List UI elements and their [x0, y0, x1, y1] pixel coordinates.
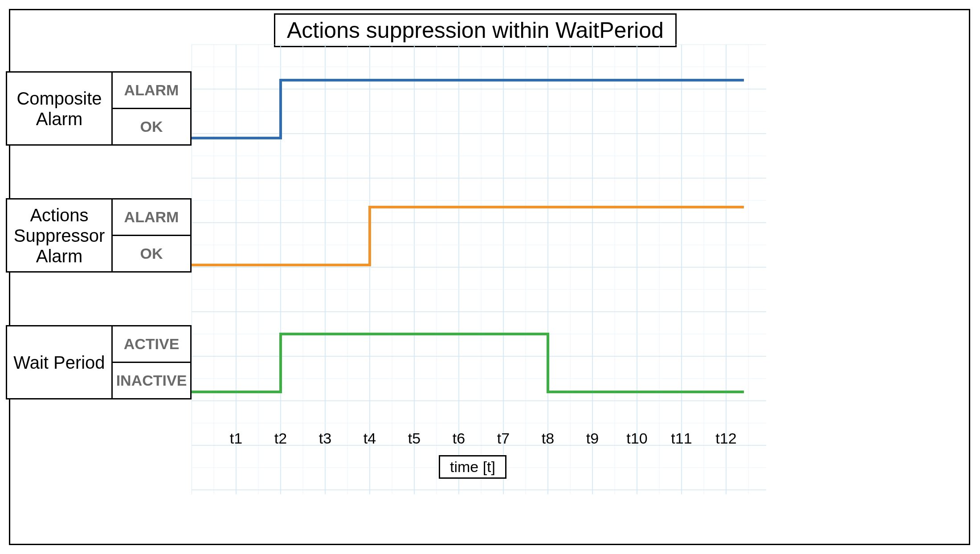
tick-t3: t3 [319, 430, 331, 447]
tick-t12: t12 [715, 430, 736, 447]
legend-state-0-0: ALARM [111, 71, 192, 109]
tick-t6: t6 [453, 430, 465, 447]
tick-t5: t5 [408, 430, 421, 447]
legend-state-1-1: OK [111, 235, 192, 273]
tick-t9: t9 [586, 430, 599, 447]
tick-t11: t11 [671, 430, 692, 447]
legend-state-2-1: INACTIVE [111, 362, 192, 399]
tick-t2: t2 [274, 430, 287, 447]
legend-state-0-1: OK [111, 108, 192, 146]
plot-area [192, 45, 766, 494]
legend-state-2-0: ACTIVE [111, 325, 192, 363]
tick-t8: t8 [542, 430, 554, 447]
tick-t7: t7 [497, 430, 510, 447]
legend-title-2: Wait Period [6, 325, 113, 399]
legend-title-1: Actions Suppressor Alarm [6, 198, 113, 273]
tick-t4: t4 [363, 430, 376, 447]
tick-t10: t10 [626, 430, 647, 447]
tick-t1: t1 [230, 430, 242, 447]
diagram-title: Actions suppression within WaitPeriod [274, 13, 677, 47]
legend-state-1-0: ALARM [111, 198, 192, 236]
legend-title-0: Composite Alarm [6, 71, 113, 146]
x-axis-label: time [t] [439, 455, 506, 479]
